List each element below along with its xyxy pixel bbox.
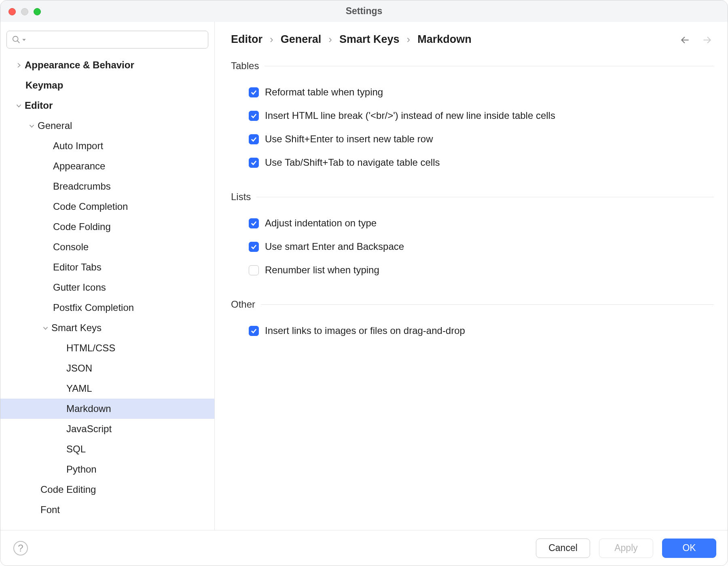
sidebar-item-code-editing[interactable]: Code Editing <box>0 479 214 500</box>
svg-line-1 <box>17 41 19 43</box>
tree-label: SQL <box>66 443 86 455</box>
sidebar-item-keymap[interactable]: Keymap <box>0 75 214 95</box>
minimize-window-button[interactable] <box>21 8 28 15</box>
checkbox-insert-br[interactable]: Insert HTML line break ('<br/>') instead… <box>231 104 714 127</box>
button-label: Apply <box>614 543 638 553</box>
tree-label: General <box>38 119 72 132</box>
search-field[interactable] <box>29 34 203 45</box>
sidebar-item-python[interactable]: Python <box>0 459 214 479</box>
checkbox-icon <box>249 265 259 275</box>
breadcrumb: Editor › General › Smart Keys › Markdown <box>231 33 714 46</box>
checkbox-icon <box>249 326 259 336</box>
chevron-down-icon <box>25 123 38 129</box>
tree-label: Postfix Completion <box>53 301 134 314</box>
breadcrumb-general[interactable]: General <box>281 33 322 46</box>
breadcrumb-smart-keys[interactable]: Smart Keys <box>339 33 400 46</box>
chevron-right-icon: › <box>328 33 332 46</box>
checkbox-label: Insert links to images or files on drag-… <box>265 325 465 336</box>
breadcrumb-markdown: Markdown <box>417 33 472 46</box>
checkbox-label: Use smart Enter and Backspace <box>265 241 404 252</box>
zoom-window-button[interactable] <box>34 8 41 15</box>
section-title: Lists <box>231 191 251 203</box>
chevron-down-icon <box>21 37 27 42</box>
divider <box>265 66 714 66</box>
sidebar-item-javascript[interactable]: JavaScript <box>0 419 214 439</box>
main-panel: Editor › General › Smart Keys › Markdown… <box>215 22 728 530</box>
sidebar-item-json[interactable]: JSON <box>0 358 214 378</box>
checkbox-label: Insert HTML line break ('<br/>') instead… <box>265 110 555 121</box>
checkbox-renumber-list[interactable]: Renumber list when typing <box>231 258 714 282</box>
sidebar-item-markdown[interactable]: Markdown <box>0 399 214 419</box>
divider <box>256 197 714 197</box>
checkbox-smart-enter[interactable]: Use smart Enter and Backspace <box>231 235 714 258</box>
tree-label: Markdown <box>66 402 111 415</box>
search-icon <box>12 35 21 44</box>
breadcrumb-editor[interactable]: Editor <box>231 33 262 46</box>
checkbox-insert-links-dnd[interactable]: Insert links to images or files on drag-… <box>231 319 714 342</box>
tree-label: Breadcrumbs <box>53 180 111 192</box>
sidebar: Appearance & Behavior Keymap Editor Gene… <box>0 22 215 530</box>
tree-label: YAML <box>66 382 92 395</box>
sidebar-item-code-completion[interactable]: Code Completion <box>0 196 214 217</box>
svg-point-0 <box>13 36 18 42</box>
checkbox-icon <box>249 218 259 228</box>
button-label: Cancel <box>548 543 578 553</box>
chevron-right-icon: › <box>270 33 273 46</box>
tree-label: Code Editing <box>40 483 96 496</box>
sidebar-item-gutter-icons[interactable]: Gutter Icons <box>0 277 214 298</box>
checkbox-reformat-table[interactable]: Reformat table when typing <box>231 80 714 104</box>
sidebar-item-breadcrumbs[interactable]: Breadcrumbs <box>0 176 214 196</box>
chevron-down-icon <box>13 103 25 109</box>
sidebar-item-smart-keys[interactable]: Smart Keys <box>0 318 214 338</box>
tree-label: Auto Import <box>53 139 103 152</box>
nav-forward-button[interactable] <box>702 35 712 48</box>
ok-button[interactable]: OK <box>662 539 716 558</box>
sidebar-item-appearance[interactable]: Appearance <box>0 156 214 176</box>
checkbox-tab-navigate[interactable]: Use Tab/Shift+Tab to navigate table cell… <box>231 151 714 174</box>
sidebar-item-yaml[interactable]: YAML <box>0 378 214 399</box>
sidebar-item-general[interactable]: General <box>0 116 214 136</box>
checkbox-label: Adjust indentation on type <box>265 218 377 229</box>
section-title: Tables <box>231 60 259 72</box>
dialog-footer: ? Cancel Apply OK <box>0 530 728 566</box>
sidebar-item-code-folding[interactable]: Code Folding <box>0 217 214 237</box>
divider <box>261 304 714 305</box>
nav-back-button[interactable] <box>680 35 690 48</box>
cancel-button[interactable]: Cancel <box>536 539 590 558</box>
sidebar-item-html-css[interactable]: HTML/CSS <box>0 338 214 358</box>
checkbox-icon <box>249 87 259 97</box>
tree-label: Gutter Icons <box>53 281 106 294</box>
help-button[interactable]: ? <box>13 541 28 555</box>
checkbox-adjust-indent[interactable]: Adjust indentation on type <box>231 211 714 235</box>
sidebar-item-sql[interactable]: SQL <box>0 439 214 459</box>
tree-label: Code Folding <box>53 220 111 233</box>
tree-label: Editor <box>25 99 53 112</box>
button-label: OK <box>682 543 696 553</box>
section-lists: Lists Adjust indentation on type Use sma… <box>231 191 714 282</box>
checkbox-icon <box>249 111 259 121</box>
checkbox-shift-enter-row[interactable]: Use Shift+Enter to insert new table row <box>231 127 714 151</box>
sidebar-item-console[interactable]: Console <box>0 237 214 257</box>
tree-label: Code Completion <box>53 200 128 213</box>
tree-label: Python <box>66 463 97 475</box>
tree-label: Editor Tabs <box>53 261 102 273</box>
checkbox-label: Use Tab/Shift+Tab to navigate table cell… <box>265 157 440 168</box>
traffic-lights <box>8 8 41 15</box>
titlebar: Settings <box>0 0 728 22</box>
sidebar-item-editor-tabs[interactable]: Editor Tabs <box>0 257 214 277</box>
search-input[interactable] <box>6 31 208 49</box>
checkbox-icon <box>249 242 259 252</box>
tree-label: HTML/CSS <box>66 342 115 354</box>
apply-button: Apply <box>599 539 653 558</box>
close-window-button[interactable] <box>8 8 16 15</box>
sidebar-item-editor[interactable]: Editor <box>0 95 214 116</box>
tree-label: Keymap <box>25 79 63 91</box>
tree-label: Smart Keys <box>51 321 102 334</box>
sidebar-item-auto-import[interactable]: Auto Import <box>0 136 214 156</box>
checkbox-icon <box>249 134 259 144</box>
sidebar-item-font[interactable]: Font <box>0 500 214 520</box>
sidebar-item-postfix-completion[interactable]: Postfix Completion <box>0 298 214 318</box>
checkbox-label: Reformat table when typing <box>265 87 383 98</box>
checkbox-icon <box>249 158 259 168</box>
sidebar-item-appearance-behavior[interactable]: Appearance & Behavior <box>0 55 214 75</box>
